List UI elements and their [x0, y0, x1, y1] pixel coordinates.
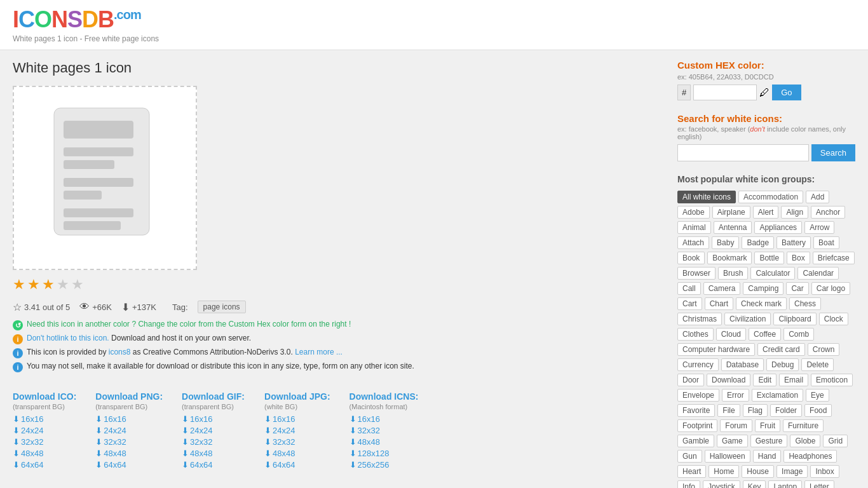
png-24[interactable]: ⬇24x24 — [95, 426, 163, 435]
tag-item[interactable]: Gesture — [750, 435, 788, 447]
tag-item[interactable]: Check mark — [736, 297, 787, 310]
tag-item[interactable]: Browser — [677, 267, 715, 280]
jpg-24[interactable]: ⬇24x24 — [264, 426, 330, 435]
tag-item[interactable]: Boat — [813, 236, 839, 249]
png-48[interactable]: ⬇48x48 — [95, 449, 163, 458]
star-5[interactable]: ★ — [71, 276, 84, 293]
ico-32[interactable]: ⬇32x32 — [13, 437, 76, 447]
tag-item[interactable]: Cart — [677, 297, 702, 310]
ico-16[interactable]: ⬇16x16 — [13, 414, 76, 424]
tag-item[interactable]: Credit card — [757, 343, 805, 356]
tag-item[interactable]: Inbox — [810, 465, 839, 478]
tag-item[interactable]: Adobe — [677, 206, 710, 219]
tag-item[interactable]: Home — [709, 465, 739, 478]
provider-link[interactable]: icons8 — [109, 348, 131, 356]
tag-item[interactable]: Furniture — [783, 419, 824, 432]
tag-item[interactable]: Appliances — [754, 221, 802, 234]
search-input[interactable] — [677, 144, 809, 161]
jpg-64[interactable]: ⬇64x64 — [264, 460, 330, 470]
tag-item[interactable]: Call — [677, 282, 701, 295]
go-button[interactable]: Go — [772, 85, 801, 100]
tag-item[interactable]: All white icons — [677, 191, 736, 203]
tag-item[interactable]: Calculator — [750, 267, 795, 280]
tag-item[interactable]: Alert — [753, 206, 779, 219]
tag-item[interactable]: Letter — [804, 480, 834, 488]
tag-item[interactable]: Heart — [677, 465, 706, 478]
tag-item[interactable]: Christmas — [677, 313, 722, 325]
tag-item[interactable]: Forum — [720, 419, 752, 432]
tag-item[interactable]: Edit — [753, 374, 776, 386]
tag-item[interactable]: Animal — [677, 221, 711, 234]
learn-more-link[interactable]: Learn more ... — [295, 348, 342, 356]
dont-link[interactable]: don't — [750, 125, 765, 133]
tag-item[interactable]: Clock — [819, 313, 848, 325]
tag-item[interactable]: Accommodation — [738, 191, 803, 203]
tag-item[interactable]: Clipboard — [773, 313, 816, 325]
tag-item[interactable]: Badge — [742, 236, 774, 249]
tag-item[interactable]: Game — [717, 435, 748, 447]
tag-item[interactable]: Gamble — [677, 435, 714, 447]
icns-128[interactable]: ⬇128x128 — [349, 449, 419, 458]
star-rating[interactable]: ★ ★ ★ ★ ★ — [13, 276, 665, 293]
tag-item[interactable]: Footprint — [677, 419, 717, 432]
tag-item[interactable]: Error — [722, 389, 749, 402]
tag-item[interactable]: Halloween — [705, 450, 750, 463]
tag-item[interactable]: Camping — [743, 282, 783, 295]
tag-item[interactable]: Hand — [753, 450, 782, 463]
png-16[interactable]: ⬇16x16 — [95, 414, 163, 424]
tag-item[interactable]: Civilization — [724, 313, 771, 325]
tag-item[interactable]: Battery — [776, 236, 811, 249]
tag-item[interactable]: Anchor — [811, 206, 845, 219]
tag-item[interactable]: Headphones — [783, 450, 837, 463]
tag-item[interactable]: Currency — [677, 358, 719, 371]
ico-48[interactable]: ⬇48x48 — [13, 449, 76, 458]
tag-item[interactable]: Flag — [743, 404, 768, 417]
tag-item[interactable]: Database — [721, 358, 764, 371]
tag-item[interactable]: Debug — [766, 358, 799, 371]
tag-item[interactable]: Bookmark — [707, 252, 752, 264]
tag-item[interactable]: Food — [804, 404, 832, 417]
star-2[interactable]: ★ — [27, 276, 40, 293]
tag-item[interactable]: File — [717, 404, 740, 417]
tag-item[interactable]: Antenna — [714, 221, 752, 234]
tag-item[interactable]: Airplane — [712, 206, 750, 219]
png-32[interactable]: ⬇32x32 — [95, 437, 163, 447]
tag-item[interactable]: Globe — [790, 435, 820, 447]
tag-item[interactable]: Download — [707, 374, 750, 386]
icns-16[interactable]: ⬇16x16 — [349, 414, 419, 424]
star-1[interactable]: ★ — [13, 276, 25, 293]
tag-item[interactable]: Chess — [789, 297, 821, 310]
icns-48[interactable]: ⬇48x48 — [349, 437, 419, 447]
tag-item[interactable]: Fruit — [755, 419, 780, 432]
tag-item[interactable]: Chart — [705, 297, 733, 310]
tag-item[interactable]: Comb — [783, 328, 814, 341]
tag-item[interactable]: Briefcase — [813, 252, 855, 264]
tag-item[interactable]: Info — [677, 480, 700, 488]
gif-32[interactable]: ⬇32x32 — [182, 437, 245, 447]
hotlink-dont[interactable]: Don't hotlink to this icon. — [27, 334, 109, 342]
tag-item[interactable]: Brush — [718, 267, 748, 280]
tag-item[interactable]: Key — [743, 480, 766, 488]
tag-item[interactable]: Email — [779, 374, 808, 386]
gif-24[interactable]: ⬇24x24 — [182, 426, 245, 435]
jpg-32[interactable]: ⬇32x32 — [264, 437, 330, 447]
hex-input[interactable] — [693, 85, 757, 100]
tag-item[interactable]: Arrow — [804, 221, 834, 234]
icns-32[interactable]: ⬇32x32 — [349, 426, 419, 435]
tag-item[interactable]: Clothes — [677, 328, 714, 341]
tag-item[interactable]: Computer hardware — [677, 343, 755, 356]
tag-item[interactable]: Exclamation — [752, 389, 803, 402]
icns-256[interactable]: ⬇256x256 — [349, 460, 419, 470]
star-3[interactable]: ★ — [42, 276, 55, 293]
gif-48[interactable]: ⬇48x48 — [182, 449, 245, 458]
tag-item[interactable]: Baby — [712, 236, 739, 249]
gif-16[interactable]: ⬇16x16 — [182, 414, 245, 424]
gif-64[interactable]: ⬇64x64 — [182, 460, 245, 470]
jpg-16[interactable]: ⬇16x16 — [264, 414, 330, 424]
tag-item[interactable]: Envelope — [677, 389, 719, 402]
tag-item[interactable]: Camera — [703, 282, 741, 295]
tag-item[interactable]: Image — [776, 465, 808, 478]
tag-item[interactable]: Joystick — [703, 480, 740, 488]
tag-item[interactable]: Align — [781, 206, 808, 219]
tag-item[interactable]: Delete — [801, 358, 834, 371]
